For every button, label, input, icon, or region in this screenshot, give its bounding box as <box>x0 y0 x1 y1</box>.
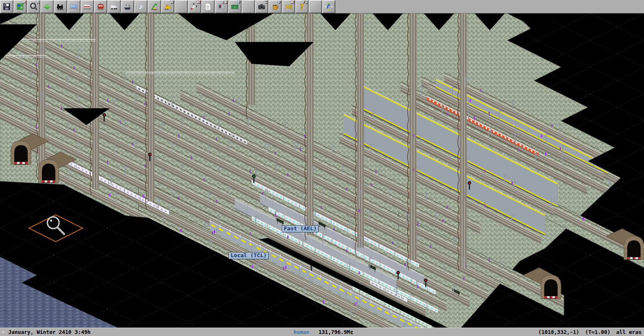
tram-icon <box>96 3 105 11</box>
player-cash: 131,796.9M¢ <box>319 329 353 335</box>
svg-text:W: W <box>325 5 327 8</box>
toolbar-button-messages[interactable]: +B <box>215 0 228 13</box>
toolbar-button-road-tools[interactable] <box>107 0 121 13</box>
toolbar-button-air-tools[interactable] <box>134 0 148 13</box>
toolbar-button-terraform[interactable] <box>40 0 54 13</box>
station-label-local[interactable]: Local (TCL) <box>229 252 269 259</box>
floppy-icon <box>3 3 11 11</box>
plane-icon <box>137 3 145 11</box>
slope-icon <box>43 3 51 11</box>
svg-text:E: E <box>331 5 333 8</box>
toolbar-button-rail-tools[interactable] <box>54 0 67 13</box>
toolbar-button-special-construction[interactable] <box>148 0 161 13</box>
toolbar-button-lists[interactable] <box>201 0 215 13</box>
toolbar-button-maglev-tools[interactable] <box>80 0 94 13</box>
toolbar-button-query-tool[interactable]: A <box>27 0 40 13</box>
toolbar-button-ship-tools[interactable] <box>121 0 134 13</box>
toolbar-button-save-options[interactable] <box>0 0 13 13</box>
maglev-icon <box>83 3 91 11</box>
empty-slot-2 <box>242 0 255 13</box>
shortcut-key: W <box>196 1 200 4</box>
empty-slot-1 <box>174 0 188 13</box>
game-viewport[interactable]: Fast (AEL) Local (TCL) <box>0 13 644 328</box>
ship-icon <box>123 3 132 11</box>
shortcut-key: C <box>265 1 267 4</box>
era-setting: all eras <box>616 329 641 335</box>
toolbar-button-help[interactable]: ?F1 <box>295 0 309 13</box>
toolbar-button-map[interactable]: M <box>13 0 27 13</box>
toolbar-button-rotate-view[interactable]: NWES <box>322 0 335 13</box>
game-time: 3:49h <box>75 329 91 335</box>
shortcut-key: A <box>36 1 39 4</box>
shortcut-key: R <box>171 1 173 4</box>
locomotive-icon <box>56 3 65 11</box>
cursor-position: (1018,332,-1) <box>538 329 579 335</box>
toolbar-button-screenshot[interactable]: C <box>255 0 268 13</box>
player-name: human <box>293 329 309 335</box>
toolbar-button-tram-tools[interactable] <box>94 0 107 13</box>
toolbar-button-pause[interactable]: P <box>268 0 282 13</box>
shortcut-key: W <box>290 1 294 4</box>
svg-text:S: S <box>328 8 330 11</box>
toolbar-button-line-management[interactable]: W <box>188 0 201 13</box>
time-scale: (T=1.00) <box>585 329 610 335</box>
shortcut-key: F1 <box>303 1 307 4</box>
station-label-fast[interactable]: Fast (AEL) <box>282 225 319 232</box>
simutrans-window: MARW+B¢FCPW?F1NWES Fast (AEL) Local (TCL… <box>0 0 644 336</box>
crane-icon <box>150 3 158 11</box>
empty-slot-3 <box>309 0 322 13</box>
toolbar-button-fast-forward[interactable]: W <box>282 0 295 13</box>
shortcut-key: M <box>22 1 26 4</box>
main-toolbar: MARW+B¢FCPW?F1NWES <box>0 0 644 13</box>
toolbar-button-remove-tool[interactable]: R <box>161 0 174 13</box>
toolbar-filler <box>335 0 644 13</box>
shortcut-key: F <box>238 1 240 4</box>
toolbar-button-monorail-tools[interactable] <box>67 0 80 13</box>
compass-icon: NWES <box>325 3 333 11</box>
document-icon <box>204 3 212 11</box>
monorail-icon <box>70 3 78 11</box>
truck-icon <box>110 3 118 11</box>
weather-snowflake-icon: ❄ <box>2 329 5 335</box>
isometric-scene <box>0 13 644 328</box>
shortcut-key: P <box>278 1 280 4</box>
toolbar-button-finances[interactable]: ¢F <box>228 0 242 13</box>
status-bar: ❄ January, Winter 2410 3:49h human 131,7… <box>0 328 644 336</box>
shortcut-key: +B <box>221 1 227 4</box>
svg-text:¢: ¢ <box>234 5 236 9</box>
svg-text:N: N <box>328 3 330 5</box>
game-date: January, Winter 2410 <box>8 329 72 335</box>
